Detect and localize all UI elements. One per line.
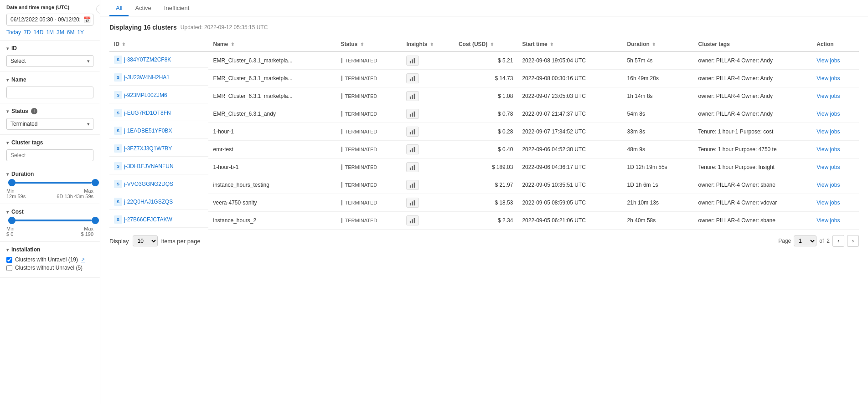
- cluster-id-link-0[interactable]: j-384Y0TZM2CF8K: [124, 56, 171, 63]
- main-content: All Active Inefficient Displaying 16 clu…: [100, 0, 868, 404]
- cost-filter-arrow: ▾: [6, 210, 9, 215]
- name-filter-header[interactable]: ▾ Name: [6, 77, 93, 83]
- cell-status-5: TERMINATED: [336, 141, 402, 159]
- insights-svg-1: [409, 75, 416, 82]
- prev-page-button[interactable]: ‹: [832, 235, 844, 247]
- cell-duration-6: 1D 12h 19m 55s: [623, 159, 694, 176]
- cluster-id-link-9[interactable]: j-27B66CFJCTAKW: [124, 216, 172, 223]
- cost-slider-thumb-min[interactable]: [8, 217, 16, 224]
- cell-name-8: veera-4750-sanity: [208, 194, 336, 212]
- cell-cost-0: $ 5.21: [454, 51, 518, 70]
- cluster-id-link-3[interactable]: j-EUG7RD1OT8FN: [124, 110, 171, 116]
- svg-rect-18: [410, 168, 411, 170]
- quick-date-7d[interactable]: 7D: [24, 29, 31, 36]
- status-badge-1: TERMINATED: [341, 76, 377, 81]
- quick-date-14d[interactable]: 14D: [33, 29, 43, 36]
- quick-date-3m[interactable]: 3M: [57, 29, 64, 36]
- svg-rect-2: [414, 58, 415, 63]
- svg-rect-6: [410, 97, 411, 99]
- cost-filter-header[interactable]: ▾ Cost: [6, 209, 93, 215]
- cluster-id-link-5[interactable]: j-3FZ7XJ3Q1W7BY: [124, 145, 172, 152]
- view-jobs-link-2[interactable]: View jobs: [816, 93, 840, 99]
- view-jobs-link-5[interactable]: View jobs: [816, 146, 840, 153]
- view-jobs-link-0[interactable]: View jobs: [816, 57, 840, 64]
- cell-start-time-3: 2022-09-07 21:47:37 UTC: [517, 105, 622, 123]
- duration-slider-fill: [8, 182, 92, 184]
- cluster-id-link-2[interactable]: j-923MPL00ZJM6: [124, 92, 167, 98]
- cost-sort-icon[interactable]: ⬍: [490, 42, 494, 47]
- name-filter-input[interactable]: [6, 87, 93, 98]
- cluster-id-link-8[interactable]: j-22Q0HAJ1GSZQS: [124, 199, 173, 205]
- cost-slider-thumb-max[interactable]: [92, 217, 99, 224]
- next-page-button[interactable]: ›: [847, 235, 859, 247]
- duration-sort-icon[interactable]: ⬍: [652, 42, 656, 47]
- name-sort-icon[interactable]: ⬍: [231, 42, 234, 47]
- start-sort-icon[interactable]: ⬍: [550, 42, 553, 47]
- cell-status-1: TERMINATED: [336, 70, 402, 87]
- install-link-with-unravel[interactable]: ↗: [81, 257, 85, 263]
- insights-sort-icon[interactable]: ⬍: [430, 42, 434, 47]
- cost-filter-section: ▾ Cost Min $ 0 Max $ 190: [0, 204, 100, 242]
- duration-slider-thumb-max[interactable]: [92, 179, 99, 186]
- installation-filter-header[interactable]: ▾ Installation: [6, 246, 93, 253]
- insights-icon-8[interactable]: [406, 198, 419, 208]
- view-jobs-link-6[interactable]: View jobs: [816, 164, 840, 170]
- cell-start-time-0: 2022-09-08 19:05:04 UTC: [517, 51, 622, 70]
- cell-name-3: EMR_Cluster_6.3.1_andy: [208, 105, 336, 123]
- status-filter-header[interactable]: ▾ Status i: [6, 108, 93, 114]
- view-jobs-link-4[interactable]: View jobs: [816, 128, 840, 135]
- per-page-select[interactable]: 10 25 50 100: [133, 235, 158, 246]
- tab-inefficient[interactable]: Inefficient: [158, 0, 196, 16]
- duration-slider-thumb-min[interactable]: [8, 179, 16, 186]
- tab-all[interactable]: All: [109, 0, 129, 16]
- cluster-id-link-1[interactable]: j-JU23W4NH2HA1: [124, 74, 170, 81]
- quick-date-1m[interactable]: 1M: [46, 29, 54, 36]
- insights-icon-4[interactable]: [406, 127, 419, 137]
- install-checkbox-with-unravel[interactable]: [6, 257, 12, 263]
- install-checkbox-without-unravel[interactable]: [6, 265, 12, 271]
- status-sort-icon[interactable]: ⬍: [360, 42, 364, 47]
- status-filter-select-wrap: Terminated All Active: [6, 118, 93, 130]
- insights-icon-1[interactable]: [406, 73, 419, 83]
- cluster-id-link-7[interactable]: j-VVO3GGNG2DQS: [124, 181, 173, 187]
- display-control: Display 10 25 50 100 items per page: [109, 235, 201, 246]
- date-range-input[interactable]: [6, 14, 93, 26]
- table-row: S j-3DH1FJVNANFUN 1-hour-b-1 TERMINATED …: [109, 159, 859, 176]
- id-sort-icon[interactable]: ⬍: [122, 42, 125, 47]
- cluster-tags-filter-header[interactable]: ▾ Cluster tags: [6, 139, 93, 146]
- cell-id-0: S j-384Y0TZM2CF8K: [109, 52, 208, 68]
- insights-icon-9[interactable]: [406, 215, 419, 225]
- view-jobs-link-7[interactable]: View jobs: [816, 182, 840, 188]
- status-badge-3: TERMINATED: [341, 111, 377, 117]
- cluster-id-link-4[interactable]: j-1EADBE51YF0BX: [124, 128, 172, 134]
- id-filter-select[interactable]: Select: [6, 55, 93, 67]
- view-jobs-link-3[interactable]: View jobs: [816, 111, 840, 117]
- status-filter-select[interactable]: Terminated All Active: [6, 118, 93, 130]
- tab-active[interactable]: Active: [129, 0, 157, 16]
- view-jobs-link-1[interactable]: View jobs: [816, 75, 840, 82]
- insights-icon-0[interactable]: [406, 56, 419, 66]
- cell-cluster-tags-5: Tenure: 1 hour Purpose: 4750 te: [693, 141, 812, 159]
- insights-icon-2[interactable]: [406, 91, 419, 101]
- cell-name-2: EMR_Cluster_6.3.1_marketpla...: [208, 87, 336, 105]
- view-jobs-link-9[interactable]: View jobs: [816, 217, 840, 224]
- quick-date-1y[interactable]: 1Y: [77, 29, 84, 36]
- svg-rect-17: [414, 147, 415, 152]
- quick-date-6m[interactable]: 6M: [67, 29, 75, 36]
- insights-icon-5[interactable]: [406, 144, 419, 154]
- quick-date-buttons: Today 7D 14D 1M 3M 6M 1Y: [6, 29, 93, 36]
- cluster-tags-filter-input[interactable]: [6, 149, 93, 161]
- cell-insights-7: [402, 176, 454, 194]
- status-badge-2: TERMINATED: [341, 93, 377, 99]
- page-select[interactable]: 1 2: [794, 235, 816, 246]
- quick-date-today[interactable]: Today: [6, 29, 21, 36]
- svg-rect-9: [410, 114, 411, 117]
- cluster-id-link-6[interactable]: j-3DH1FJVNANFUN: [124, 163, 174, 169]
- duration-filter-header[interactable]: ▾ Duration: [6, 171, 93, 177]
- insights-icon-6[interactable]: [406, 162, 419, 172]
- id-filter-header[interactable]: ▾ ID: [6, 45, 93, 51]
- status-filter-label: Status: [11, 108, 28, 114]
- insights-icon-3[interactable]: [406, 109, 419, 119]
- view-jobs-link-8[interactable]: View jobs: [816, 199, 840, 206]
- insights-icon-7[interactable]: [406, 180, 419, 190]
